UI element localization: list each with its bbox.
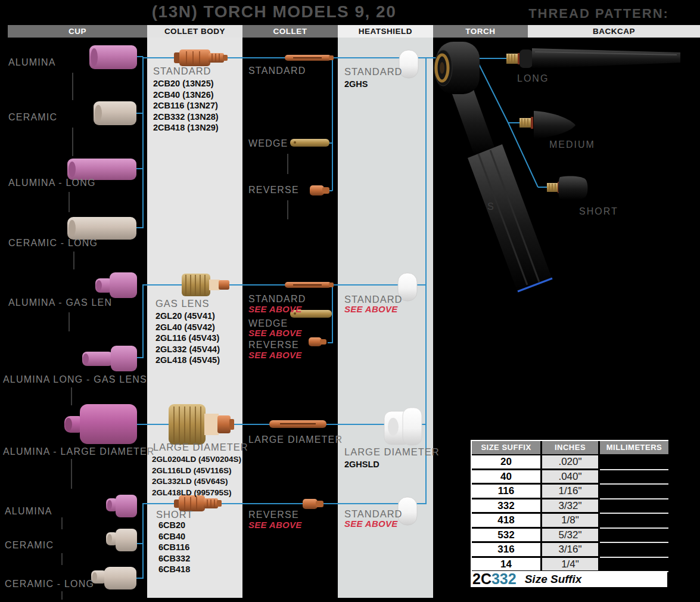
inches-cell: 1/4" [542,558,600,573]
collet-reverse-2-see-above: SEE ABOVE [248,350,302,360]
column-header-collet: COLLET [242,25,338,38]
size-suffix-cell: 418 [472,514,542,529]
part-number: 2GL116LD (45V116S) [152,466,241,477]
cup-alumina-long-image [67,159,136,180]
cup-label-ceramic-short: CERAMIC [5,540,54,551]
collet-body-standard-image [174,49,228,66]
part-number: 2GL418 (45V45) [155,355,220,366]
collet-standard-2-image [285,282,334,288]
part-number: 6CB40 [158,531,190,542]
catalog-page: (13N) TORCH MODELS 9, 20 THREAD PATTERN:… [0,0,700,602]
page-title: (13N) TORCH MODELS 9, 20 [83,2,465,21]
collet-large-diameter-label: LARGE DIAMETER [248,435,343,445]
collet-body-large-diameter-parts: 2GL0204LD (45V0204S) 2GL116LD (45V116S) … [152,454,241,498]
millimeters-cell [600,543,668,558]
size-suffix-cell: 316 [472,543,542,558]
heatshield-standard-part: 2GHS [344,79,368,90]
part-number: 6CB20 [158,520,190,531]
size-suffix-example: 2C332 Size Suffix [471,571,667,587]
collet-reverse-2-label: REVERSE [248,340,299,350]
cup-alumina-gas-lens-image [95,272,137,298]
part-number: 6CB418 [158,564,190,575]
table-header-row: SIZE SUFFIX INCHES MILLIMETERS [472,441,668,455]
cup-label-alumina-gas-lens: ALUMINA - GAS LEN [8,297,112,308]
column-header-cup: CUP [8,25,147,38]
part-number: 2GL40 (45V42) [155,322,220,333]
example-suffix: 332 [491,570,517,588]
collet-standard-2-see-above: SEE ABOVE [248,304,302,314]
millimeters-cell [600,499,668,514]
millimeters-cell [600,485,668,499]
part-number: 6CB332 [158,553,190,564]
cup-label-alumina: ALUMINA [8,57,56,68]
heatshield-large-diameter-part: 2GHSLD [344,459,379,470]
size-suffix-cell: 332 [472,499,542,514]
cup-label-ceramic-long-short: CERAMIC - LONG [5,579,94,589]
cup-alumina-large-diameter-image [64,404,137,444]
heatshield-standard-3-see-above: SEE ABOVE [344,519,398,529]
collet-body-gas-lens-image [182,274,229,296]
size-suffix-cell: 20 [472,455,542,470]
collet-reverse-label: REVERSE [248,185,299,196]
table-row: 316 3/16" [472,543,668,558]
table-header-millimeters: MILLIMETERS [600,441,668,455]
collet-standard-image [285,55,334,61]
collet-reverse-2-image [309,337,326,346]
collet-body-large-diameter-image [169,404,234,445]
cup-alumina-image [89,45,137,69]
size-suffix-cell: 116 [472,485,542,499]
torch-overlapped-text: S [487,201,494,212]
collet-body-gas-lens-label: GAS LENS [155,298,210,309]
collet-reverse-3-see-above: SEE ABOVE [248,520,302,530]
cup-label-ceramic: CERAMIC [8,112,57,123]
cup-ceramic-image [94,101,136,125]
column-header-torch: TORCH [433,25,528,38]
size-suffix-table: SIZE SUFFIX INCHES MILLIMETERS 20 .020" … [471,440,668,572]
cup-alumina-short-image [106,495,137,517]
table-header-inches: INCHES [542,441,600,455]
heatshield-standard-2-see-above: SEE ABOVE [344,304,398,314]
example-prefix: 2C [472,570,491,588]
collet-standard-label: STANDARD [248,66,306,76]
heatshield-large-diameter-image [384,408,422,445]
part-number: 2CB332 (13N28) [153,111,219,123]
part-number: 2GL0204LD (45V0204S) [152,454,241,466]
collet-wedge-2-see-above: SEE ABOVE [248,328,302,338]
collet-body-standard-parts: 2CB20 (13N25) 2CB40 (13N26) 2CB116 (13N2… [153,78,219,134]
part-number: 2GL332 (45V44) [155,344,220,355]
millimeters-cell [600,470,668,485]
backcap-medium-image [519,111,575,139]
collet-large-diameter-image [269,420,326,428]
collet-reverse-3-label: REVERSE [248,510,299,520]
collet-reverse-3-image [303,499,323,509]
backcap-long-label: LONG [517,73,549,84]
millimeters-cell [600,455,668,470]
part-number: 2GL116 (45V43) [155,333,220,344]
collet-body-large-diameter-label: LARGE DIAMETER [153,442,248,453]
size-suffix-cell: 532 [472,529,542,544]
inches-cell: 1/8" [542,514,600,529]
cup-label-alumina-short: ALUMINA [5,506,52,517]
size-suffix-cell: 40 [472,470,542,485]
collet-standard-2-label: STANDARD [248,294,306,305]
cup-alumina-long-gas-lens-image [82,346,137,371]
millimeters-cell [600,514,668,529]
column-header-collet-body: COLLET BODY [147,25,242,38]
part-number: 2GL332LD (45V64S) [152,476,241,488]
collet-body-standard-label: STANDARD [153,66,211,77]
heatshield-standard-label: STANDARD [344,66,403,77]
millimeters-cell [600,529,668,544]
inches-cell: .040" [542,470,600,485]
backcap-medium-label: MEDIUM [549,139,595,150]
inches-cell: .020" [542,455,600,470]
table-row: 20 .020" [472,455,668,470]
collet-body-short-parts: 6CB20 6CB40 6CB116 6CB332 6CB418 [158,520,190,575]
column-header-backcap: BACKCAP [528,25,700,38]
inches-cell: 3/32" [542,499,600,514]
thread-pattern-label: THREAD PATTERN: [503,6,694,21]
part-number: 2CB116 (13N27) [153,100,219,111]
cup-label-alumina-large-diameter: ALUMINA - LARGE DIAMETER [3,446,155,457]
backcap-short-label: SHORT [579,206,618,217]
backcap-long-image [506,48,680,69]
cup-label-alumina-long: ALUMINA - LONG [8,178,96,188]
